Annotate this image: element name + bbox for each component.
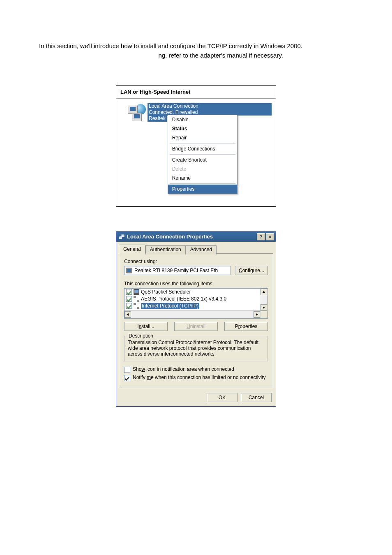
cancel-button[interactable]: Cancel <box>241 393 272 402</box>
adapter-name: Realtek RTL8139 Family PCI Fast Eth <box>134 268 218 273</box>
scroll-corner <box>260 311 267 318</box>
connection-name[interactable]: Local Area Connection <box>148 103 272 109</box>
menu-disable[interactable]: Disable <box>168 115 237 124</box>
connection-adapter: Realtek <box>148 116 167 122</box>
intro-line-2: ng, refer to the adapter's manual if nec… <box>39 51 353 60</box>
description-text: Transmission Control Protocol/Internet P… <box>128 340 264 357</box>
network-connection-icon[interactable] <box>126 103 146 123</box>
tcpip-label: Internet Protocol (TCP/IP) <box>141 303 199 309</box>
description-legend: Description <box>127 333 155 339</box>
scroll-right-icon[interactable] <box>254 311 260 318</box>
menu-separator-2 <box>170 154 235 155</box>
notify-label: Notify me when this connection has limit… <box>133 375 266 380</box>
svg-marker-4 <box>263 307 265 309</box>
properties-button[interactable]: Properties <box>224 322 268 331</box>
qos-icon <box>134 289 139 295</box>
titlebar[interactable]: Local Area Connection Properties ? × <box>116 232 276 242</box>
description-group: Description Transmission Control Protoco… <box>124 336 268 361</box>
checkbox-qos[interactable] <box>126 289 132 295</box>
scroll-up-icon[interactable] <box>261 289 267 295</box>
tcpip-icon <box>134 303 139 309</box>
help-button[interactable]: ? <box>257 233 265 240</box>
tab-general[interactable]: General <box>119 245 145 254</box>
horizontal-scrollbar[interactable] <box>125 310 260 318</box>
header-divider <box>116 98 276 99</box>
tab-panel: Connect using: Realtek RTL8139 Family PC… <box>119 253 273 388</box>
show-icon-label: Show icon in notification area when conn… <box>133 366 234 372</box>
titlebar-icon <box>119 234 125 240</box>
dialog-title: Local Area Connection Properties <box>127 234 257 240</box>
svg-marker-5 <box>127 313 129 316</box>
menu-repair[interactable]: Repair <box>168 133 237 142</box>
menu-delete: Delete <box>168 164 237 173</box>
svg-marker-3 <box>263 291 265 293</box>
tab-authentication[interactable]: Authentication <box>145 245 186 254</box>
components-listbox[interactable]: QoS Packet Scheduler AEGIS Protocol (IEE… <box>124 288 268 319</box>
menu-rename[interactable]: Rename <box>168 173 237 183</box>
uninstall-button: Uninstall <box>174 322 218 331</box>
menu-properties[interactable]: Properties <box>168 185 237 194</box>
figure-properties-dialog: Local Area Connection Properties ? × Gen… <box>116 231 276 407</box>
aegis-icon <box>134 296 139 302</box>
uses-items-label: This connection uses the following items… <box>124 281 268 287</box>
intro-line-1: In this section, we'll introduce how to … <box>39 41 353 51</box>
checkbox-show-icon[interactable] <box>124 367 130 373</box>
menu-bridge[interactable]: Bridge Connections <box>168 144 237 153</box>
close-button[interactable]: × <box>266 233 274 240</box>
connect-using-label: Connect using: <box>124 259 268 264</box>
svg-rect-0 <box>119 237 122 239</box>
figure-context-menu: LAN or High-Speed Internet Local Area Co… <box>116 85 276 207</box>
tab-advanced[interactable]: Advanced <box>186 245 217 254</box>
configure-button[interactable]: Configure... <box>235 266 268 275</box>
lan-header: LAN or High-Speed Internet <box>116 86 276 97</box>
list-item-aegis[interactable]: AEGIS Protocol (IEEE 802.1x) v3.4.3.0 <box>125 296 260 303</box>
intro-text: In this section, we'll introduce how to … <box>39 41 353 60</box>
tabs: General Authentication Advanced <box>116 242 276 253</box>
list-item-qos[interactable]: QoS Packet Scheduler <box>125 289 260 296</box>
checkbox-aegis[interactable] <box>126 296 132 302</box>
vertical-scrollbar[interactable] <box>260 289 267 311</box>
checkbox-tcpip[interactable] <box>126 303 132 309</box>
menu-status[interactable]: Status <box>168 124 237 133</box>
ok-button[interactable]: OK <box>207 393 238 402</box>
install-button[interactable]: Install... <box>124 322 168 331</box>
list-item-tcpip[interactable]: Internet Protocol (TCP/IP) <box>125 303 260 310</box>
checkbox-notify[interactable] <box>124 375 130 381</box>
scroll-down-icon[interactable] <box>261 304 267 311</box>
menu-shortcut[interactable]: Create Shortcut <box>168 155 237 164</box>
adapter-icon <box>126 268 132 273</box>
aegis-label: AEGIS Protocol (IEEE 802.1x) v3.4.3.0 <box>141 296 226 302</box>
qos-label: QoS Packet Scheduler <box>141 289 191 295</box>
svg-marker-6 <box>256 313 258 316</box>
scroll-left-icon[interactable] <box>125 311 131 318</box>
menu-separator-1 <box>170 143 235 143</box>
context-menu: Disable Status Repair Bridge Connections… <box>168 115 238 194</box>
adapter-textbox[interactable]: Realtek RTL8139 Family PCI Fast Eth <box>124 266 231 275</box>
menu-separator-3 <box>170 183 235 184</box>
